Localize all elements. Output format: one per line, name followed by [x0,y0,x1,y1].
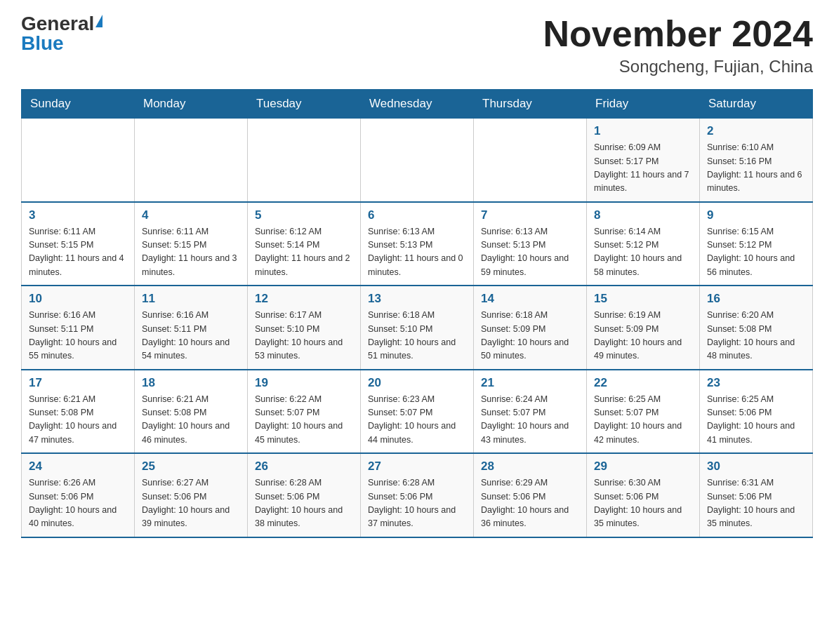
weekday-header-monday: Monday [135,90,248,119]
day-info: Sunrise: 6:27 AMSunset: 5:06 PMDaylight:… [142,476,240,531]
calendar-cell: 23Sunrise: 6:25 AMSunset: 5:06 PMDayligh… [700,370,813,454]
calendar-week-3: 10Sunrise: 6:16 AMSunset: 5:11 PMDayligh… [22,286,813,370]
day-number: 1 [594,124,692,138]
calendar-cell: 11Sunrise: 6:16 AMSunset: 5:11 PMDayligh… [135,286,248,370]
calendar-cell: 7Sunrise: 6:13 AMSunset: 5:13 PMDaylight… [474,202,587,286]
day-number: 11 [142,292,240,306]
calendar-table: SundayMondayTuesdayWednesdayThursdayFrid… [21,89,813,538]
day-number: 15 [594,292,692,306]
day-number: 27 [368,459,466,474]
day-number: 7 [481,208,579,222]
day-info: Sunrise: 6:28 AMSunset: 5:06 PMDaylight:… [255,476,353,531]
day-info: Sunrise: 6:25 AMSunset: 5:06 PMDaylight:… [707,393,805,448]
calendar-cell: 19Sunrise: 6:22 AMSunset: 5:07 PMDayligh… [248,370,361,454]
day-info: Sunrise: 6:21 AMSunset: 5:08 PMDaylight:… [142,393,240,448]
day-number: 14 [481,292,579,306]
day-number: 30 [707,459,805,474]
logo-general-text: General [21,14,94,34]
day-number: 23 [707,376,805,390]
calendar-cell: 5Sunrise: 6:12 AMSunset: 5:14 PMDaylight… [248,202,361,286]
calendar-cell: 20Sunrise: 6:23 AMSunset: 5:07 PMDayligh… [361,370,474,454]
day-info: Sunrise: 6:13 AMSunset: 5:13 PMDaylight:… [368,225,466,280]
day-number: 25 [142,459,240,474]
day-number: 10 [29,292,127,306]
calendar-cell: 13Sunrise: 6:18 AMSunset: 5:10 PMDayligh… [361,286,474,370]
calendar-cell: 25Sunrise: 6:27 AMSunset: 5:06 PMDayligh… [135,453,248,537]
day-info: Sunrise: 6:26 AMSunset: 5:06 PMDaylight:… [29,476,127,531]
day-info: Sunrise: 6:20 AMSunset: 5:08 PMDaylight:… [707,309,805,363]
calendar-cell: 22Sunrise: 6:25 AMSunset: 5:07 PMDayligh… [587,370,700,454]
day-number: 24 [29,459,127,474]
weekday-header-friday: Friday [587,90,700,119]
day-number: 17 [29,376,127,390]
day-info: Sunrise: 6:14 AMSunset: 5:12 PMDaylight:… [594,225,692,280]
day-info: Sunrise: 6:19 AMSunset: 5:09 PMDaylight:… [594,309,692,363]
day-number: 2 [707,124,805,138]
calendar-week-2: 3Sunrise: 6:11 AMSunset: 5:15 PMDaylight… [22,202,813,286]
calendar-cell: 9Sunrise: 6:15 AMSunset: 5:12 PMDaylight… [700,202,813,286]
calendar-body: 1Sunrise: 6:09 AMSunset: 5:17 PMDaylight… [22,119,813,537]
title-block: November 2024 Songcheng, Fujian, China [543,14,813,76]
calendar-cell: 18Sunrise: 6:21 AMSunset: 5:08 PMDayligh… [135,370,248,454]
calendar-cell [22,119,135,202]
day-info: Sunrise: 6:23 AMSunset: 5:07 PMDaylight:… [368,393,466,448]
day-number: 16 [707,292,805,306]
calendar-cell: 26Sunrise: 6:28 AMSunset: 5:06 PMDayligh… [248,453,361,537]
weekday-header-row: SundayMondayTuesdayWednesdayThursdayFrid… [22,90,813,119]
calendar-cell [135,119,248,202]
day-number: 8 [594,208,692,222]
day-number: 9 [707,208,805,222]
calendar-cell: 3Sunrise: 6:11 AMSunset: 5:15 PMDaylight… [22,202,135,286]
calendar-header: SundayMondayTuesdayWednesdayThursdayFrid… [22,90,813,119]
calendar-cell: 28Sunrise: 6:29 AMSunset: 5:06 PMDayligh… [474,453,587,537]
day-info: Sunrise: 6:30 AMSunset: 5:06 PMDaylight:… [594,476,692,531]
day-info: Sunrise: 6:21 AMSunset: 5:08 PMDaylight:… [29,393,127,448]
calendar-cell: 30Sunrise: 6:31 AMSunset: 5:06 PMDayligh… [700,453,813,537]
day-number: 19 [255,376,353,390]
logo-blue-text: Blue [21,34,64,53]
location-title: Songcheng, Fujian, China [543,57,813,76]
calendar-cell: 12Sunrise: 6:17 AMSunset: 5:10 PMDayligh… [248,286,361,370]
day-number: 22 [594,376,692,390]
logo-triangle-icon [95,15,102,27]
day-info: Sunrise: 6:16 AMSunset: 5:11 PMDaylight:… [142,309,240,363]
day-info: Sunrise: 6:13 AMSunset: 5:13 PMDaylight:… [481,225,579,280]
day-number: 21 [481,376,579,390]
weekday-header-thursday: Thursday [474,90,587,119]
day-info: Sunrise: 6:24 AMSunset: 5:07 PMDaylight:… [481,393,579,448]
day-number: 3 [29,208,127,222]
day-number: 29 [594,459,692,474]
day-number: 12 [255,292,353,306]
weekday-header-sunday: Sunday [22,90,135,119]
day-info: Sunrise: 6:17 AMSunset: 5:10 PMDaylight:… [255,309,353,363]
day-number: 4 [142,208,240,222]
weekday-header-tuesday: Tuesday [248,90,361,119]
day-info: Sunrise: 6:28 AMSunset: 5:06 PMDaylight:… [368,476,466,531]
weekday-header-wednesday: Wednesday [361,90,474,119]
day-info: Sunrise: 6:31 AMSunset: 5:06 PMDaylight:… [707,476,805,531]
day-info: Sunrise: 6:15 AMSunset: 5:12 PMDaylight:… [707,225,805,280]
day-info: Sunrise: 6:18 AMSunset: 5:10 PMDaylight:… [368,309,466,363]
day-number: 13 [368,292,466,306]
calendar-cell: 17Sunrise: 6:21 AMSunset: 5:08 PMDayligh… [22,370,135,454]
day-info: Sunrise: 6:22 AMSunset: 5:07 PMDaylight:… [255,393,353,448]
calendar-cell: 1Sunrise: 6:09 AMSunset: 5:17 PMDaylight… [587,119,700,202]
day-number: 18 [142,376,240,390]
logo: General Blue [21,14,102,53]
calendar-cell: 15Sunrise: 6:19 AMSunset: 5:09 PMDayligh… [587,286,700,370]
day-info: Sunrise: 6:29 AMSunset: 5:06 PMDaylight:… [481,476,579,531]
day-number: 26 [255,459,353,474]
day-info: Sunrise: 6:16 AMSunset: 5:11 PMDaylight:… [29,309,127,363]
day-info: Sunrise: 6:12 AMSunset: 5:14 PMDaylight:… [255,225,353,280]
calendar-cell: 4Sunrise: 6:11 AMSunset: 5:15 PMDaylight… [135,202,248,286]
calendar-cell: 29Sunrise: 6:30 AMSunset: 5:06 PMDayligh… [587,453,700,537]
day-info: Sunrise: 6:10 AMSunset: 5:16 PMDaylight:… [707,141,805,196]
month-title: November 2024 [543,14,813,54]
calendar-cell [474,119,587,202]
day-info: Sunrise: 6:11 AMSunset: 5:15 PMDaylight:… [29,225,127,280]
calendar-week-4: 17Sunrise: 6:21 AMSunset: 5:08 PMDayligh… [22,370,813,454]
day-number: 20 [368,376,466,390]
calendar-cell: 2Sunrise: 6:10 AMSunset: 5:16 PMDaylight… [700,119,813,202]
calendar-cell: 24Sunrise: 6:26 AMSunset: 5:06 PMDayligh… [22,453,135,537]
day-info: Sunrise: 6:25 AMSunset: 5:07 PMDaylight:… [594,393,692,448]
